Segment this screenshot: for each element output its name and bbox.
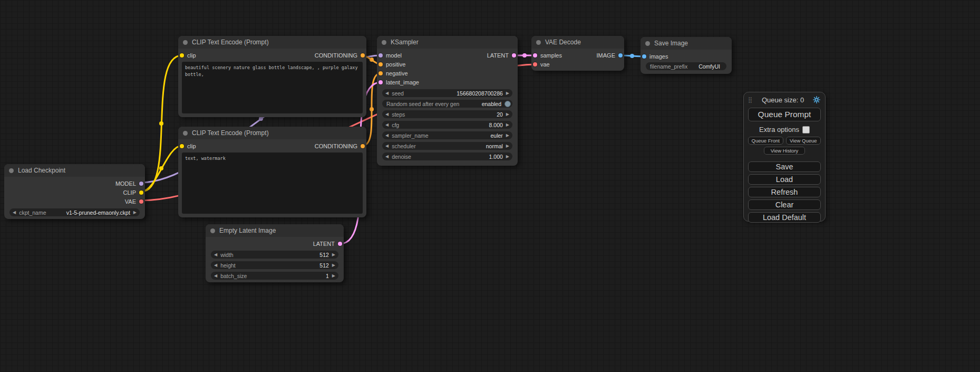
widget-sampler-name[interactable]: ◀ sampler_name euler ▶ <box>382 131 512 139</box>
output-port-clip[interactable] <box>139 190 143 195</box>
node-titlebar[interactable]: Empty Latent Image <box>206 224 344 237</box>
load-button[interactable]: Load <box>748 174 821 185</box>
drag-handle-icon[interactable]: ⣿ <box>748 97 752 103</box>
output-port-vae[interactable] <box>139 199 143 204</box>
increment-arrow-icon[interactable]: ▶ <box>332 253 335 257</box>
decrement-arrow-icon[interactable]: ◀ <box>385 123 389 127</box>
increment-arrow-icon[interactable]: ▶ <box>506 123 509 127</box>
port-row: VAE <box>4 197 145 206</box>
collapse-dot-icon[interactable] <box>183 131 188 136</box>
increment-arrow-icon[interactable]: ▶ <box>332 263 335 268</box>
save-button[interactable]: Save <box>748 161 821 172</box>
node-titlebar[interactable]: Load Checkpoint <box>4 164 145 177</box>
widget-seed[interactable]: ◀ seed 156680208700286 ▶ <box>382 89 512 97</box>
output-port-conditioning[interactable] <box>361 53 365 58</box>
input-port-negative[interactable] <box>379 71 383 75</box>
increment-arrow-icon[interactable]: ▶ <box>506 112 509 117</box>
decrement-arrow-icon[interactable]: ◀ <box>385 144 389 148</box>
decrement-arrow-icon[interactable]: ◀ <box>385 133 389 138</box>
node-titlebar[interactable]: KSampler <box>377 36 518 49</box>
node-clip-text-encode-positive: CLIP Text Encode (Prompt) clip CONDITION… <box>178 36 366 117</box>
widget-ckpt-name[interactable]: ◀ ckpt_name v1-5-pruned-emaonly.ckpt ▶ <box>9 208 140 216</box>
decrement-arrow-icon[interactable]: ◀ <box>385 112 389 117</box>
output-port-latent[interactable] <box>512 53 516 58</box>
port-row: vae <box>531 60 624 69</box>
collapse-dot-icon[interactable] <box>645 41 650 46</box>
node-title: Save Image <box>654 40 688 47</box>
input-port-model[interactable] <box>379 53 383 58</box>
view-queue-button[interactable]: View Queue <box>786 137 821 145</box>
output-port-image[interactable] <box>618 53 623 58</box>
port-row: MODEL <box>4 179 145 188</box>
extra-options-checkbox[interactable] <box>802 126 810 133</box>
input-port-samples[interactable] <box>533 53 537 58</box>
clear-button[interactable]: Clear <box>748 199 821 210</box>
widget-filename-prefix[interactable]: filename_prefix ComfyUI <box>646 62 726 70</box>
increment-arrow-icon[interactable]: ▶ <box>332 274 335 278</box>
collapse-dot-icon[interactable] <box>382 40 386 45</box>
node-graph-canvas[interactable]: Load Checkpoint MODEL CLIP VAE ◀ ckpt_na… <box>0 0 980 372</box>
toggle-knob-icon[interactable] <box>504 101 511 107</box>
widget-height[interactable]: ◀ height 512 ▶ <box>211 261 338 269</box>
port-row: clip CONDITIONING <box>178 141 366 150</box>
output-label-model: MODEL <box>115 180 136 187</box>
widget-batch-size[interactable]: ◀ batch_size 1 ▶ <box>211 272 338 280</box>
increment-arrow-icon[interactable]: ▶ <box>506 133 509 138</box>
decrement-arrow-icon[interactable]: ◀ <box>214 263 217 268</box>
output-port-latent[interactable] <box>338 242 342 246</box>
queue-prompt-button[interactable]: Queue Prompt <box>748 108 821 121</box>
widget-width[interactable]: ◀ width 512 ▶ <box>211 251 338 259</box>
input-port-clip[interactable] <box>180 53 184 58</box>
input-port-vae[interactable] <box>533 62 537 66</box>
link-midpoint-dot <box>370 58 374 62</box>
output-label-conditioning: CONDITIONING <box>315 143 357 149</box>
refresh-button[interactable]: Refresh <box>748 187 821 197</box>
collapse-dot-icon[interactable] <box>9 168 14 173</box>
increment-arrow-icon[interactable]: ▶ <box>506 144 509 148</box>
output-label-latent: LATENT <box>487 52 509 59</box>
widget-scheduler[interactable]: ◀ scheduler normal ▶ <box>382 142 512 150</box>
collapse-dot-icon[interactable] <box>536 40 541 45</box>
node-titlebar[interactable]: VAE Decode <box>531 36 624 49</box>
node-title: CLIP Text Encode (Prompt) <box>192 39 269 46</box>
decrement-arrow-icon[interactable]: ◀ <box>385 91 389 96</box>
increment-arrow-icon[interactable]: ▶ <box>133 211 137 215</box>
prompt-textarea[interactable]: text, watermark <box>182 152 363 214</box>
output-port-model[interactable] <box>139 182 143 186</box>
link-midpoint-dot <box>522 53 527 58</box>
decrement-arrow-icon[interactable]: ◀ <box>13 211 16 215</box>
input-port-clip[interactable] <box>180 144 184 148</box>
node-empty-latent-image: Empty Latent Image LATENT ◀ width 512 ▶ … <box>206 224 344 282</box>
port-row: latent_image <box>377 78 518 87</box>
input-port-latent-image[interactable] <box>379 80 383 84</box>
decrement-arrow-icon[interactable]: ◀ <box>214 253 217 257</box>
output-port-conditioning[interactable] <box>361 144 365 148</box>
queue-menu-panel: ⣿ Queue size: 0 <box>743 92 826 222</box>
settings-gear-icon[interactable] <box>812 96 821 104</box>
input-port-images[interactable] <box>642 54 646 59</box>
widget-random-seed-toggle[interactable]: Random seed after every gen enabled <box>382 100 512 108</box>
widget-value: v1-5-pruned-emaonly.ckpt <box>66 209 130 216</box>
queue-front-button[interactable]: Queue Front <box>748 137 783 145</box>
output-label-image: IMAGE <box>597 52 615 59</box>
port-row: samples IMAGE <box>531 51 624 60</box>
node-title: KSampler <box>391 39 419 46</box>
view-history-button[interactable]: View History <box>764 147 805 155</box>
input-port-positive[interactable] <box>379 62 383 66</box>
widget-denoise[interactable]: ◀ denoise 1.000 ▶ <box>382 152 512 160</box>
decrement-arrow-icon[interactable]: ◀ <box>214 274 217 278</box>
collapse-dot-icon[interactable] <box>183 40 188 45</box>
node-titlebar[interactable]: Save Image <box>641 37 732 50</box>
widget-cfg[interactable]: ◀ cfg 8.000 ▶ <box>382 121 512 129</box>
load-default-button[interactable]: Load Default <box>748 212 821 223</box>
node-titlebar[interactable]: CLIP Text Encode (Prompt) <box>178 127 366 139</box>
node-title: Empty Latent Image <box>219 227 276 234</box>
collapse-dot-icon[interactable] <box>210 228 215 233</box>
increment-arrow-icon[interactable]: ▶ <box>506 91 509 96</box>
decrement-arrow-icon[interactable]: ◀ <box>385 155 389 159</box>
node-titlebar[interactable]: CLIP Text Encode (Prompt) <box>178 36 366 49</box>
port-row: model LATENT <box>377 51 518 60</box>
prompt-textarea[interactable]: beautiful scenery nature glass bottle la… <box>182 62 363 113</box>
increment-arrow-icon[interactable]: ▶ <box>506 155 509 159</box>
widget-steps[interactable]: ◀ steps 20 ▶ <box>382 110 512 118</box>
